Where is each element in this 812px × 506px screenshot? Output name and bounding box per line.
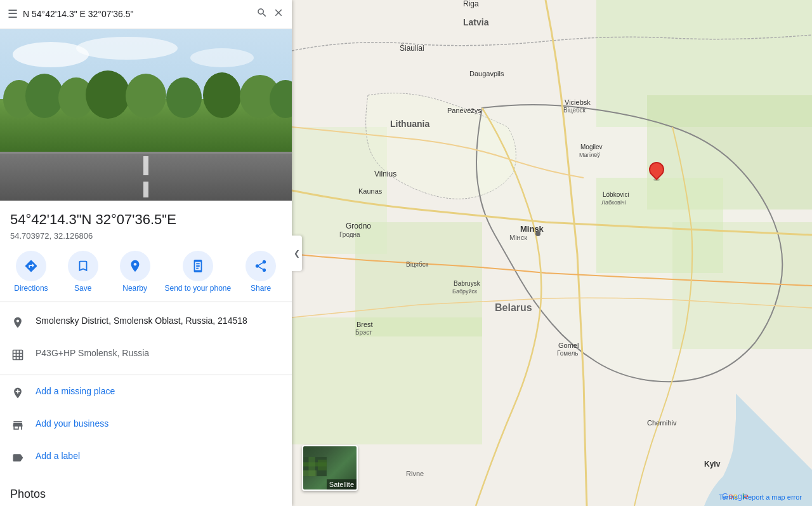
search-bar: ☰ <box>0 0 292 29</box>
svg-point-9 <box>126 74 166 118</box>
svg-point-10 <box>166 77 202 118</box>
share-button[interactable]: Share <box>239 251 283 294</box>
svg-point-2 <box>76 37 178 60</box>
svg-point-11 <box>203 72 241 118</box>
grid-icon <box>10 349 25 364</box>
info-section: Smolensky District, Smolensk Oblast, Rus… <box>0 302 292 480</box>
save-button[interactable]: Save <box>61 251 105 294</box>
svg-text:Viciebsk: Viciebsk <box>565 98 591 106</box>
svg-text:Gomel: Gomel <box>558 342 579 349</box>
menu-icon[interactable]: ☰ <box>8 7 18 21</box>
location-pin <box>647 162 666 185</box>
svg-text:Minsk: Minsk <box>520 224 544 234</box>
address-row[interactable]: Smolensky District, Smolensk Oblast, Rus… <box>0 307 292 340</box>
directions-label: Directions <box>14 284 48 294</box>
action-buttons-row: Directions Save Nearby Send to your phon… <box>0 243 292 302</box>
svg-text:Daugavpils: Daugavpils <box>469 70 504 77</box>
svg-text:Бабруйск: Бабруйск <box>452 288 477 295</box>
nearby-button[interactable]: Nearby <box>113 251 157 294</box>
svg-text:Kaunas: Kaunas <box>358 187 383 195</box>
add-label-text: Add a label <box>36 450 80 463</box>
svg-rect-16 <box>143 182 148 197</box>
map-terms: Terms Report a map error <box>719 493 802 501</box>
add-label-row[interactable]: Add a label <box>0 443 292 475</box>
svg-point-28 <box>535 231 540 236</box>
chevron-left-icon: ❮ <box>294 249 300 258</box>
plus-code-row[interactable]: P43G+HP Smolensk, Russia <box>0 340 292 372</box>
add-business-text: Add your business <box>36 418 108 430</box>
add-location-icon <box>10 387 25 403</box>
photos-label: Photos <box>10 488 46 500</box>
directions-button[interactable]: Directions <box>9 251 53 294</box>
left-panel: ☰ <box>0 0 292 506</box>
svg-text:Магілёў: Магілёў <box>579 152 600 158</box>
search-input[interactable] <box>23 9 251 19</box>
svg-text:Гродна: Гродна <box>339 231 360 238</box>
satellite-label: Satellite <box>327 479 357 489</box>
photos-header: Photos <box>0 480 292 506</box>
svg-text:Lithuania: Lithuania <box>390 119 429 129</box>
svg-text:Chernihiv: Chernihiv <box>647 419 677 427</box>
map-svg: Minsk Мінск Vilnius Grodno Гродна Panevė… <box>292 0 812 506</box>
nearby-label: Nearby <box>122 284 147 294</box>
address-text: Smolensky District, Smolensk Oblast, Rus… <box>36 315 247 328</box>
pin-circle <box>646 159 667 180</box>
satellite-thumbnail[interactable]: Satellite <box>302 445 358 491</box>
search-icon[interactable] <box>256 7 268 22</box>
clear-icon[interactable] <box>273 7 284 22</box>
svg-rect-17 <box>0 152 292 154</box>
add-missing-place-text: Add a missing place <box>36 385 115 398</box>
svg-text:Latvia: Latvia <box>463 17 489 27</box>
label-icon <box>10 451 25 467</box>
save-label: Save <box>74 284 91 294</box>
nearby-icon <box>120 251 150 281</box>
map-container[interactable]: Minsk Мінск Vilnius Grodno Гродна Panevė… <box>292 0 812 506</box>
svg-text:Babruysk: Babruysk <box>454 280 481 287</box>
svg-text:Mogilev: Mogilev <box>580 143 602 150</box>
send-to-phone-label: Send to your phone <box>164 284 231 294</box>
directions-icon <box>16 251 46 281</box>
share-icon <box>246 251 276 281</box>
collapse-panel-button[interactable]: ❮ <box>292 236 302 271</box>
location-title: 54°42'14.3"N 32°07'36.5"E 54.703972, 32.… <box>0 201 292 244</box>
svg-rect-60 <box>303 470 317 476</box>
satellite-image: Satellite <box>303 446 357 489</box>
svg-point-1 <box>13 42 89 67</box>
svg-text:Belarus: Belarus <box>495 302 532 313</box>
location-pin-icon <box>10 316 25 332</box>
save-icon <box>68 251 98 281</box>
svg-point-3 <box>190 48 254 67</box>
svg-rect-59 <box>318 460 327 470</box>
svg-text:Kyiv: Kyiv <box>704 460 721 469</box>
send-to-phone-button[interactable]: Send to your phone <box>164 251 231 294</box>
share-label: Share <box>251 284 271 294</box>
svg-text:Šiauliai: Šiauliai <box>400 43 424 53</box>
svg-text:Лабковічі: Лабковічі <box>601 199 626 206</box>
svg-text:Brest: Brest <box>357 321 373 328</box>
svg-text:Rivne: Rivne <box>406 470 424 477</box>
svg-point-6 <box>25 74 63 118</box>
svg-text:Брэст: Брэст <box>355 329 372 336</box>
report-error[interactable]: Report a map error <box>743 493 802 501</box>
svg-text:Віцебск: Віцебск <box>563 107 586 114</box>
svg-text:Віцябск: Віцябск <box>406 261 429 268</box>
add-business-row[interactable]: Add your business <box>0 410 292 443</box>
svg-text:Panevėžys: Panevėžys <box>447 107 481 114</box>
terms-of-use[interactable]: Terms <box>719 493 738 501</box>
coordinates-title: 54°42'14.3"N 32°07'36.5"E <box>10 211 282 229</box>
svg-text:Мінск: Мінск <box>509 234 527 241</box>
svg-text:Vilnius: Vilnius <box>374 170 396 178</box>
svg-point-8 <box>86 70 130 119</box>
svg-text:Grodno: Grodno <box>346 222 371 230</box>
decimal-coords: 54.703972, 32.126806 <box>10 231 282 241</box>
svg-text:Riga: Riga <box>463 0 479 8</box>
send-to-phone-icon <box>183 251 213 281</box>
svg-rect-15 <box>143 156 148 175</box>
business-icon <box>10 419 25 435</box>
add-missing-place-row[interactable]: Add a missing place <box>0 378 292 410</box>
plus-code-text: P43G+HP Smolensk, Russia <box>36 347 149 360</box>
street-view-image[interactable] <box>0 29 292 201</box>
svg-text:Гомель: Гомель <box>557 350 578 357</box>
svg-text:Lóbkovici: Lóbkovici <box>603 191 629 198</box>
divider-1 <box>0 375 292 375</box>
